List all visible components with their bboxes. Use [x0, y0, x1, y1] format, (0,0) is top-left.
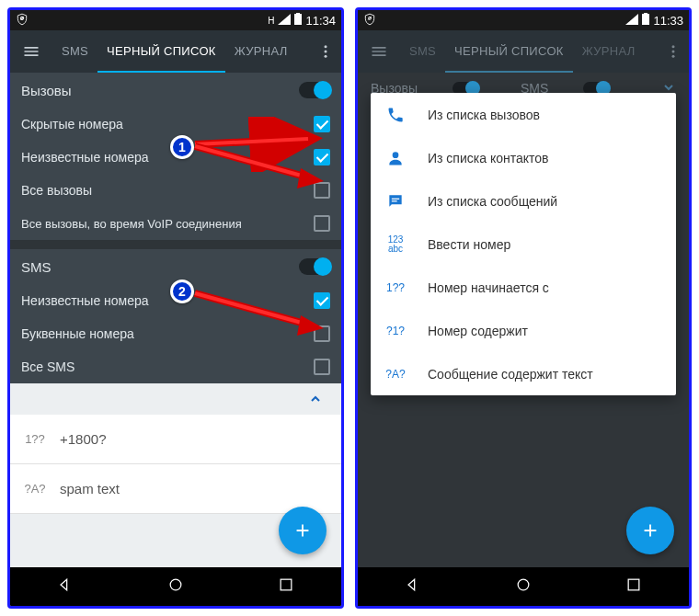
menu-from-messages[interactable]: Из списка сообщений: [371, 179, 676, 222]
unknown-numbers-sms-row[interactable]: Неизвестные номера: [10, 284, 341, 317]
menu-from-calls[interactable]: Из списка вызовов: [371, 93, 676, 136]
svg-point-4: [325, 45, 327, 48]
tab-sms[interactable]: SMS: [52, 30, 97, 73]
signal-icon: [625, 14, 638, 28]
all-sms-checkbox[interactable]: [314, 359, 330, 375]
app-bar: SMS ЧЕРНЫЙ СПИСОК ЖУРНАЛ: [358, 30, 689, 73]
svg-rect-26: [628, 579, 639, 590]
unknown-numbers-sms-checkbox[interactable]: [314, 292, 330, 309]
contains-icon: ?1?: [385, 325, 406, 337]
phone-left: H 11:34 SMS ЧЕРНЫЙ СПИСОК ЖУРНАЛ: [7, 7, 344, 609]
shield-icon: [16, 13, 29, 29]
svg-rect-3: [296, 13, 300, 14]
calls-section: Вызовы: [10, 73, 341, 108]
all-calls-label: Все вызовы: [21, 183, 92, 198]
letter-numbers-row[interactable]: Буквенные номера: [10, 317, 341, 350]
dimmed-background[interactable]: Вызовы SMS Из списка вызовов Из списка к…: [358, 73, 689, 567]
starts-with-icon: 1??: [385, 282, 406, 293]
svg-point-20: [672, 51, 675, 53]
signal-icon: [278, 14, 291, 28]
menu-starts-with[interactable]: 1?? Номер начинается с: [371, 266, 676, 309]
all-calls-row[interactable]: Все вызовы: [10, 174, 341, 207]
svg-point-21: [672, 55, 675, 58]
letter-numbers-checkbox[interactable]: [314, 325, 330, 342]
all-sms-row[interactable]: Все SMS: [10, 350, 341, 383]
menu-contains[interactable]: ?1? Номер содержит: [371, 309, 676, 352]
tab-blacklist[interactable]: ЧЕРНЫЙ СПИСОК: [97, 30, 225, 73]
add-fab[interactable]: [279, 507, 327, 554]
home-button[interactable]: [514, 576, 533, 598]
sms-section: SMS: [10, 249, 341, 284]
calls-toggle[interactable]: [299, 82, 330, 98]
back-button[interactable]: [404, 576, 422, 598]
status-bar: H 11:34: [10, 10, 341, 30]
more-button[interactable]: [658, 43, 689, 60]
svg-rect-24: [392, 200, 397, 201]
menu-enter-number[interactable]: 123 abc Ввести номер: [371, 222, 676, 266]
person-icon: [385, 149, 406, 167]
menu-label: Номер содержит: [428, 324, 528, 338]
menu-button[interactable]: [10, 42, 52, 61]
hidden-numbers-row[interactable]: Скрытые номера: [10, 108, 341, 141]
pattern-icon: 1??: [23, 432, 47, 446]
list-item[interactable]: 1?? +1800?: [10, 415, 341, 464]
back-button[interactable]: [56, 576, 74, 598]
clock-time: 11:34: [305, 14, 336, 28]
all-calls-checkbox[interactable]: [314, 182, 330, 199]
menu-label: Сообщение содержит текст: [428, 367, 593, 382]
svg-point-25: [518, 579, 529, 590]
clock-time: 11:33: [653, 14, 683, 28]
svg-point-19: [672, 45, 675, 48]
menu-button[interactable]: [358, 42, 400, 61]
calls-title: Вызовы: [21, 83, 72, 98]
letter-numbers-label: Буквенные номера: [21, 326, 134, 341]
keypad-icon: 123 abc: [385, 235, 406, 254]
pattern-icon: ?A?: [23, 482, 47, 496]
home-button[interactable]: [166, 576, 185, 598]
all-calls-voip-checkbox[interactable]: [314, 215, 330, 232]
tab-journal[interactable]: ЖУРНАЛ: [573, 30, 645, 73]
menu-label: Из списка контактов: [428, 151, 548, 165]
tab-sms[interactable]: SMS: [400, 30, 445, 73]
svg-point-5: [325, 51, 327, 53]
svg-point-22: [393, 152, 399, 158]
unknown-numbers-checkbox[interactable]: [314, 149, 330, 165]
unknown-numbers-row[interactable]: Неизвестные номера: [10, 141, 341, 174]
app-bar: SMS ЧЕРНЫЙ СПИСОК ЖУРНАЛ: [10, 30, 341, 73]
more-button[interactable]: [310, 43, 341, 60]
hidden-numbers-label: Скрытые номера: [21, 117, 123, 131]
hidden-numbers-checkbox[interactable]: [314, 116, 330, 132]
svg-point-6: [325, 55, 327, 58]
unknown-numbers-sms-label: Неизвестные номера: [21, 293, 149, 308]
shield-icon: [363, 13, 376, 29]
phone-icon: [385, 106, 406, 124]
svg-rect-14: [281, 579, 292, 590]
tab-blacklist[interactable]: ЧЕРНЫЙ СПИСОК: [445, 30, 573, 73]
sms-toggle[interactable]: [299, 258, 330, 275]
list-item-text: spam text: [60, 481, 120, 496]
settings-panel: Вызовы Скрытые номера Неизвестные номера…: [10, 73, 341, 383]
all-sms-label: Все SMS: [21, 359, 74, 374]
menu-label: Ввести номер: [428, 237, 510, 252]
all-calls-voip-row[interactable]: Все вызовы, во время VoIP соединения: [10, 207, 341, 240]
list-item[interactable]: ?A? spam text: [10, 464, 341, 514]
tab-journal[interactable]: ЖУРНАЛ: [225, 30, 297, 73]
add-source-menu: Из списка вызовов Из списка контактов Из…: [371, 93, 676, 395]
recents-button[interactable]: [277, 576, 295, 598]
svg-point-13: [170, 579, 181, 590]
recents-button[interactable]: [625, 576, 643, 598]
menu-message-contains[interactable]: ?A? Сообщение содержит текст: [371, 352, 676, 395]
svg-rect-23: [392, 198, 399, 199]
nav-bar: [10, 567, 341, 606]
all-calls-voip-label: Все вызовы, во время VoIP соединения: [21, 217, 242, 231]
menu-from-contacts[interactable]: Из списка контактов: [371, 136, 676, 179]
collapse-button[interactable]: [10, 383, 341, 415]
svg-rect-17: [642, 14, 649, 25]
battery-icon: [294, 13, 302, 28]
message-icon: [385, 192, 406, 211]
list-item-text: +1800?: [60, 431, 106, 447]
menu-label: Из списка вызовов: [428, 108, 540, 122]
menu-label: Номер начинается с: [428, 280, 549, 295]
add-fab[interactable]: [626, 507, 674, 554]
phone-right: 11:33 SMS ЧЕРНЫЙ СПИСОК ЖУРНАЛ Вызовы SM…: [355, 7, 692, 609]
